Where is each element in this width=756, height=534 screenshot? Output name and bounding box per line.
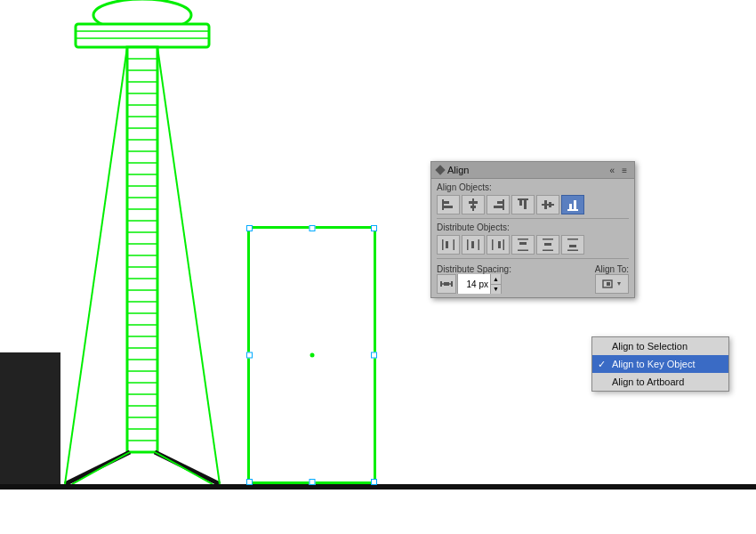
svg-rect-46 (444, 201, 449, 204)
svg-marker-88 (617, 282, 621, 286)
align-to-dropdown-menu: Align to Selection ✓ Align to Key Object… (591, 336, 729, 392)
svg-rect-67 (479, 239, 480, 250)
svg-rect-47 (444, 206, 453, 208)
panel-collapse-btn[interactable]: « (608, 166, 617, 175)
door-rectangle[interactable] (247, 226, 376, 484)
align-center-v-btn[interactable] (536, 195, 559, 214)
selection-handle-tm[interactable] (309, 225, 315, 231)
spacing-input-wrapper: ▲ ▼ (457, 274, 502, 294)
align-to-label: Align To: (595, 264, 629, 274)
dist-right-btn[interactable] (487, 235, 510, 255)
canvas: Align « ≡ Align Objects: (0, 0, 756, 534)
svg-rect-71 (498, 241, 501, 248)
divider-1 (437, 218, 629, 219)
selection-handle-bm[interactable] (309, 479, 315, 485)
check-align-to-key-object: ✓ (598, 359, 606, 370)
svg-rect-64 (454, 239, 455, 250)
svg-rect-61 (569, 204, 572, 209)
align-center-h-btn[interactable] (462, 195, 485, 214)
svg-rect-77 (544, 243, 551, 246)
svg-rect-72 (518, 239, 528, 240)
align-left-edges-btn[interactable] (437, 195, 460, 214)
svg-rect-49 (469, 201, 478, 204)
svg-line-44 (157, 47, 220, 484)
svg-rect-1 (76, 24, 209, 47)
selection-handle-tl[interactable] (246, 225, 253, 231)
svg-rect-70 (503, 239, 505, 250)
svg-line-40 (72, 452, 130, 484)
svg-rect-60 (567, 209, 578, 211)
spinner-up[interactable]: ▲ (491, 274, 501, 285)
align-to-section: Align To: (595, 264, 629, 294)
svg-rect-65 (446, 241, 448, 248)
selection-handle-ml[interactable] (246, 352, 253, 359)
dist-center-v-btn[interactable] (536, 235, 559, 255)
svg-rect-79 (567, 250, 578, 252)
dropdown-item-artboard-label: Align to Artboard (612, 376, 684, 387)
svg-rect-51 (503, 199, 504, 210)
svg-rect-81 (440, 281, 442, 287)
dropdown-item-selection-label: Align to Selection (612, 341, 688, 352)
svg-rect-58 (544, 200, 547, 209)
dist-bottom-btn[interactable] (561, 235, 584, 255)
align-top-edges-btn[interactable] (511, 195, 535, 214)
svg-rect-69 (492, 239, 494, 250)
distribute-spacing-section: Distribute Spacing: ▲ ▼ (437, 264, 511, 294)
align-panel: Align « ≡ Align Objects: (430, 161, 635, 298)
dist-top-btn[interactable] (511, 235, 535, 255)
svg-rect-74 (519, 242, 527, 245)
dist-left-btn[interactable] (437, 235, 460, 255)
svg-rect-73 (518, 250, 528, 252)
svg-rect-4 (127, 47, 157, 452)
dropdown-item-align-to-selection[interactable]: Align to Selection (592, 337, 728, 355)
svg-rect-56 (524, 200, 527, 209)
panel-title: Align (437, 165, 469, 175)
center-dot (310, 353, 314, 358)
panel-header: Align « ≡ (431, 162, 634, 179)
svg-rect-62 (574, 200, 576, 209)
svg-line-42 (155, 452, 213, 484)
diamond-icon (435, 165, 445, 174)
svg-rect-87 (607, 282, 610, 286)
distribute-spacing-label: Distribute Spacing: (437, 264, 511, 274)
svg-rect-66 (467, 239, 469, 250)
spinner-down[interactable]: ▼ (491, 285, 501, 295)
distribute-objects-icons (437, 235, 629, 255)
align-to-dropdown-btn[interactable] (595, 274, 629, 294)
dropdown-item-key-object-label: Align to Key Object (612, 359, 696, 369)
align-objects-icons (437, 195, 629, 214)
svg-rect-80 (569, 245, 576, 247)
divider-2 (437, 258, 629, 259)
selection-handle-bl[interactable] (246, 479, 253, 485)
align-bottom-edges-btn[interactable] (561, 195, 584, 214)
panel-menu-btn[interactable]: ≡ (620, 166, 629, 175)
svg-rect-50 (470, 206, 476, 208)
svg-rect-59 (549, 202, 551, 207)
panel-controls: « ≡ (608, 166, 629, 175)
svg-rect-76 (543, 250, 553, 252)
distribute-objects-label: Distribute Objects: (437, 222, 629, 232)
dist-center-h-btn[interactable] (462, 235, 485, 255)
dropdown-item-align-to-artboard[interactable]: Align to Artboard (592, 373, 728, 391)
selection-handle-tr[interactable] (371, 225, 377, 231)
spinners: ▲ ▼ (490, 274, 501, 294)
svg-rect-48 (472, 198, 474, 211)
selection-handle-mr[interactable] (371, 352, 377, 359)
bottom-row: Distribute Spacing: ▲ ▼ (431, 261, 634, 297)
spacing-horiz-btn[interactable] (437, 274, 456, 294)
spacing-input-group: ▲ ▼ (437, 274, 511, 294)
svg-rect-83 (444, 282, 449, 286)
space-needle-graphic (49, 0, 236, 484)
selection-handle-br[interactable] (371, 479, 377, 485)
svg-rect-63 (442, 239, 444, 250)
svg-line-43 (65, 47, 127, 484)
svg-rect-54 (518, 198, 528, 200)
spacing-value-input[interactable] (458, 274, 490, 294)
ground-line (0, 484, 756, 490)
align-objects-section: Align Objects: (431, 179, 634, 216)
svg-rect-82 (451, 281, 453, 287)
dropdown-item-align-to-key-object[interactable]: ✓ Align to Key Object (592, 355, 728, 373)
align-right-edges-btn[interactable] (487, 195, 510, 214)
svg-rect-57 (542, 204, 554, 206)
align-objects-label: Align Objects: (437, 182, 629, 192)
